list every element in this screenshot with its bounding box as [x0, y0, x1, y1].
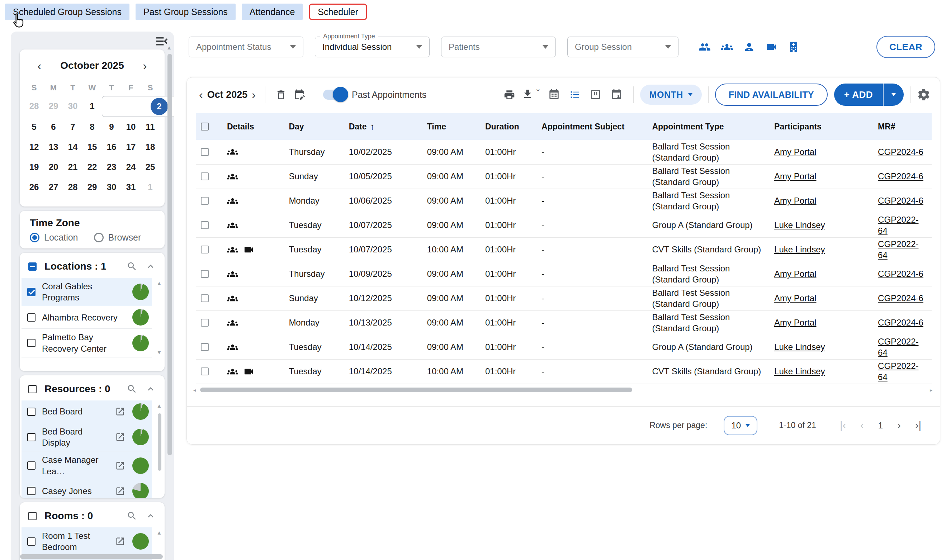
group-session-icon[interactable] [227, 293, 238, 304]
calendar-day[interactable]: 7 [63, 117, 83, 137]
row-checkbox[interactable] [201, 172, 209, 180]
participant-link[interactable]: Amy Portal [774, 171, 816, 181]
item-checkbox[interactable] [27, 313, 35, 322]
mr-link[interactable]: CGP2024-6 [878, 171, 923, 181]
appointment-status-select[interactable]: Appointment Status [189, 37, 303, 57]
column-header-participants[interactable]: Participants [769, 113, 873, 140]
mr-link[interactable]: CGP2022-64 [878, 239, 918, 260]
last-page-button[interactable] [915, 420, 921, 431]
settings-gear-icon[interactable] [917, 88, 931, 102]
rooms-select-all-checkbox[interactable] [28, 512, 37, 520]
sidebar-horizontal-scrollbar[interactable] [20, 554, 163, 559]
collapse-section-icon[interactable] [145, 261, 156, 272]
open-in-new-icon[interactable] [115, 536, 125, 546]
locations-select-all-checkbox[interactable] [28, 262, 37, 271]
row-checkbox[interactable] [201, 343, 209, 351]
group-session-icon[interactable] [227, 244, 238, 255]
tab-past-group-sessions[interactable]: Past Group Sessions [135, 4, 235, 20]
mr-link[interactable]: CGP2024-6 [878, 293, 923, 303]
calendar-prev-icon[interactable] [32, 60, 47, 72]
facility-icon[interactable] [788, 41, 800, 53]
group-session-icon[interactable] [227, 342, 238, 353]
patient-icon[interactable] [698, 41, 711, 53]
board-view-icon[interactable] [589, 89, 602, 101]
scroll-up-icon[interactable] [157, 529, 162, 535]
row-checkbox[interactable] [201, 197, 209, 205]
calendar-day[interactable]: 25 [141, 157, 160, 177]
collapse-section-icon[interactable] [145, 384, 156, 394]
list-view-icon[interactable] [569, 89, 581, 101]
participant-link[interactable]: Luke Lindsey [774, 245, 825, 254]
item-checkbox[interactable] [27, 408, 35, 416]
row-checkbox[interactable] [201, 270, 209, 278]
resources-select-all-checkbox[interactable] [28, 385, 37, 393]
item-checkbox[interactable] [27, 487, 35, 495]
mr-link[interactable]: CGP2024-6 [878, 196, 923, 205]
calendar-day[interactable]: 2 [102, 96, 174, 117]
mr-link[interactable]: CGP2024-6 [878, 147, 923, 157]
calendar-day[interactable]: 30 [102, 177, 121, 197]
mr-link[interactable]: CGP2024-6 [878, 318, 923, 327]
open-in-new-icon[interactable] [115, 461, 125, 471]
group-session-icon[interactable] [227, 171, 238, 182]
participant-link[interactable]: Luke Lindsey [774, 220, 825, 230]
participant-link[interactable]: Amy Portal [774, 147, 816, 157]
row-checkbox[interactable] [201, 294, 209, 302]
calendar-day[interactable]: 17 [121, 137, 141, 157]
table-horizontal-scrollbar[interactable] [196, 388, 931, 392]
timezone-option-browser[interactable]: Browser [94, 232, 141, 243]
participant-link[interactable]: Amy Portal [774, 196, 816, 205]
calendar-day[interactable]: 21 [63, 157, 83, 177]
video-session-icon[interactable] [765, 41, 777, 53]
first-page-button[interactable] [840, 420, 846, 431]
patients-select[interactable]: Patients [441, 37, 556, 57]
group-session-icon[interactable] [227, 220, 238, 231]
download-icon[interactable] [522, 88, 534, 100]
row-checkbox[interactable] [201, 148, 209, 156]
search-icon[interactable] [126, 384, 137, 394]
mr-link[interactable]: CGP2022-64 [878, 215, 918, 235]
calendar-day[interactable]: 18 [141, 137, 160, 157]
row-checkbox[interactable] [201, 221, 209, 229]
column-header-appointment-subject[interactable]: Appointment Subject [537, 113, 649, 140]
video-session-icon[interactable] [243, 244, 254, 255]
open-in-new-icon[interactable] [115, 406, 125, 417]
calendar-day[interactable]: 31 [121, 177, 141, 197]
calendar-day[interactable]: 28 [63, 177, 83, 197]
tab-attendance[interactable]: Attendance [242, 4, 303, 20]
availability-view-icon[interactable] [610, 89, 623, 101]
add-appointment-button[interactable]: + ADD [834, 83, 883, 106]
calendar-day[interactable]: 29 [44, 96, 63, 116]
calendar-day[interactable]: 8 [83, 117, 102, 137]
list-scrollbar[interactable] [156, 403, 163, 498]
participant-link[interactable]: Luke Lindsey [774, 366, 825, 376]
calendar-view-icon[interactable] [548, 89, 560, 101]
mr-link[interactable]: CGP2022-64 [878, 361, 918, 382]
delete-icon[interactable] [275, 89, 287, 101]
calendar-day[interactable]: 29 [83, 177, 102, 197]
calendar-day[interactable]: 15 [83, 137, 102, 157]
participant-link[interactable]: Amy Portal [774, 269, 816, 278]
open-in-new-icon[interactable] [115, 486, 125, 496]
calendar-day[interactable]: 20 [44, 157, 63, 177]
calendar-day[interactable]: 26 [25, 177, 44, 197]
calendar-day[interactable]: 24 [121, 157, 141, 177]
scroll-up-icon[interactable] [157, 280, 162, 286]
timezone-option-location[interactable]: Location [30, 232, 78, 243]
period-prev-icon[interactable] [196, 89, 206, 100]
item-checkbox[interactable] [27, 462, 35, 470]
scrollbar-thumb[interactable] [158, 413, 162, 471]
calendar-day[interactable]: 19 [25, 157, 44, 177]
column-header-appointment-type[interactable]: Appointment Type [649, 113, 769, 140]
calendar-day[interactable]: 23 [102, 157, 121, 177]
clear-filters-button[interactable]: CLEAR [877, 36, 935, 58]
calendar-next-icon[interactable] [137, 60, 152, 72]
edit-calendar-icon[interactable] [293, 89, 305, 101]
open-in-new-icon[interactable] [115, 432, 125, 442]
column-header-details[interactable]: Details [222, 113, 284, 140]
group-session-icon[interactable] [227, 269, 238, 280]
item-checkbox[interactable] [27, 537, 35, 546]
row-checkbox[interactable] [201, 319, 209, 327]
group-icon[interactable] [721, 41, 733, 53]
participant-link[interactable]: Amy Portal [774, 318, 816, 327]
